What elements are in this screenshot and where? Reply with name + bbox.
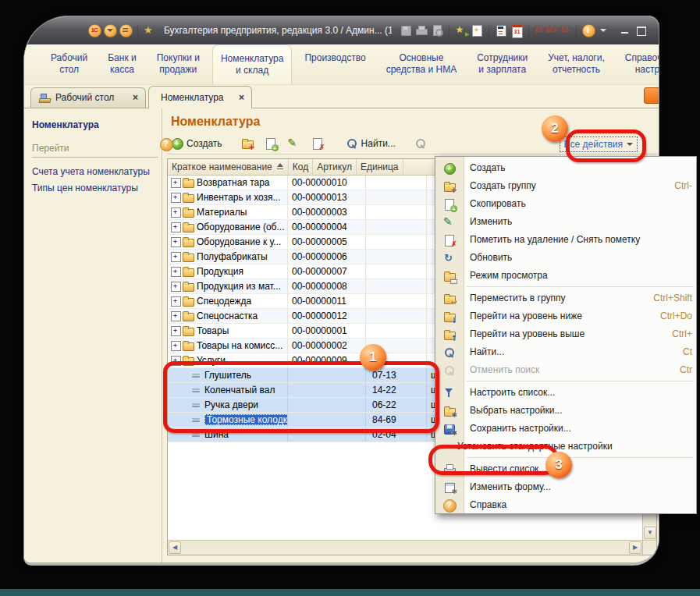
titlebar-right-button[interactable] [528,25,529,37]
folder-icon [182,265,194,278]
column-header[interactable]: Код [289,159,313,175]
menu-item-shortcut: Ctrl+Do [660,310,692,321]
toolbar-button[interactable] [331,136,342,151]
titlebar-right-button[interactable]: M+ [545,24,558,37]
menu-item[interactable]: Переместить в группу Ctrl+Shift [435,289,696,307]
expand-plus-icon[interactable] [171,206,182,218]
expand-plus-icon[interactable] [171,280,182,293]
titlebar-icon [471,24,483,37]
titlebar-right-button[interactable] [582,24,595,37]
titlebar-right-button[interactable] [489,25,489,37]
section-tab[interactable]: Номенклатура и склад [212,44,293,84]
document-tab[interactable]: Номенклатура × [148,86,252,108]
expand-plus-icon[interactable] [171,325,182,337]
column-header[interactable]: Артикул [313,159,357,175]
row-article [366,309,427,323]
row-name: Оборудование (об... [197,222,285,232]
sidebar-link[interactable]: Счета учета номенклатуры [32,164,158,180]
section-tab[interactable]: Справочники и настройки [617,44,659,84]
document-tab[interactable]: Рабочий стол × [30,87,146,108]
toolbar-button[interactable] [307,136,331,151]
menu-item[interactable]: Справка [435,496,696,514]
menu-item[interactable]: Найти... Ct [435,343,696,361]
sidebar-link[interactable]: Типы цен номенклатуры [32,180,158,197]
row-code: 00-00000004 [288,220,366,234]
expand-plus-icon[interactable] [171,250,182,263]
column-header[interactable]: Единица [357,159,403,175]
section-tab[interactable]: Банк и касса [100,44,144,84]
section-tab[interactable]: Рабочий стол [43,44,95,84]
close-tab-icon[interactable]: × [133,92,138,103]
expand-plus-icon[interactable] [171,310,182,322]
titlebar-right-button[interactable]: M- [560,24,570,37]
scroll-right-icon[interactable] [629,541,641,554]
titlebar-right-button[interactable] [598,24,610,37]
expand-plus-icon[interactable] [171,176,182,189]
titlebar-right-button[interactable] [431,24,443,37]
menu-item[interactable]: Перейти на уровень ниже Ctrl+Do [435,307,696,325]
column-header[interactable]: Краткое наименование [168,159,289,175]
toolbar-button[interactable] [261,136,284,151]
menu-item-icon [443,216,456,229]
scroll-down-icon[interactable] [644,527,656,539]
toolbar-button[interactable]: Создать [167,136,226,151]
titlebar-left-button[interactable] [88,24,101,37]
expand-plus-icon[interactable] [171,295,182,307]
menu-item[interactable]: Перейти на уровень выше Ctrl+ [435,325,696,343]
expand-plus-icon[interactable] [171,191,182,204]
titlebar-left-button[interactable] [137,25,138,37]
menu-item[interactable]: Настроить список... [435,384,696,402]
toolbar-button[interactable] [237,136,261,151]
toolbar-button[interactable] [226,136,237,151]
titlebar-left-button[interactable] [104,24,116,37]
scroll-left-icon[interactable] [169,541,181,554]
titlebar-right-button[interactable] [449,25,449,37]
titlebar-right-button[interactable] [400,24,412,37]
toolbar-button[interactable] [284,136,307,151]
titlebar-right-button[interactable] [635,24,648,37]
name-cell: Материалы [168,205,288,219]
titlebar-right-button[interactable] [613,24,632,37]
menu-item[interactable]: Обновить [435,249,696,267]
menu-item-icon [443,481,456,494]
menu-item[interactable]: Создать [435,159,696,177]
titlebar-right-button[interactable] [510,24,523,37]
titlebar-right-button[interactable] [455,24,467,37]
menu-item[interactable]: Режим просмотра [435,267,696,285]
menu-item[interactable]: Выбрать настройки... [435,402,696,420]
section-tab[interactable]: Основные средства и НМА [378,44,465,84]
open-window-list-button[interactable] [644,87,659,104]
expand-plus-icon[interactable] [171,221,182,233]
titlebar-right-button[interactable] [415,24,428,37]
titlebar-left-button[interactable] [119,24,132,37]
toolbar-button[interactable]: Найти... [342,136,400,151]
menu-item[interactable]: Создать группу Ctrl- [435,177,696,195]
name-cell: Продукция из мат... [168,279,288,293]
help-icon[interactable] [160,138,172,151]
expand-plus-icon[interactable] [171,265,182,278]
menu-item-label: Пометить на удаление / Снять пометку [470,234,640,245]
menu-item[interactable]: Изменить [435,213,696,231]
titlebar-right-button[interactable] [576,25,577,37]
menu-item[interactable]: Отменить поиск Ctr [435,361,696,379]
window-title: Бухгалтерия предприятия, редакция 3.0 / … [164,25,392,36]
horizontal-scrollbar[interactable] [168,540,642,555]
menu-item[interactable]: Пометить на удаление / Снять пометку [435,231,696,249]
menu-item[interactable]: Скопировать [435,195,696,213]
titlebar-left-button[interactable] [144,24,156,37]
section-tab[interactable]: Учет, налоги, отчетность [540,44,613,84]
menu-item[interactable]: Изменить форму... [435,478,696,496]
close-tab-icon[interactable]: × [239,92,244,103]
expand-plus-icon[interactable] [171,339,182,352]
menu-item[interactable]: Сохранить настройки... [435,420,696,438]
toolbar-button[interactable] [410,136,434,151]
titlebar-right-button[interactable] [471,24,483,37]
expand-plus-icon[interactable] [171,236,182,248]
titlebar-right-button[interactable] [495,24,507,37]
section-tab[interactable]: Покупки и продажи [149,44,208,84]
toolbar-button[interactable] [400,136,410,151]
titlebar-right-button[interactable]: M [535,24,542,37]
menu-item-label: Переместить в группу [470,293,565,303]
section-tab[interactable]: Производство [297,44,373,84]
section-tab[interactable]: Сотрудники и зарплата [469,44,535,84]
